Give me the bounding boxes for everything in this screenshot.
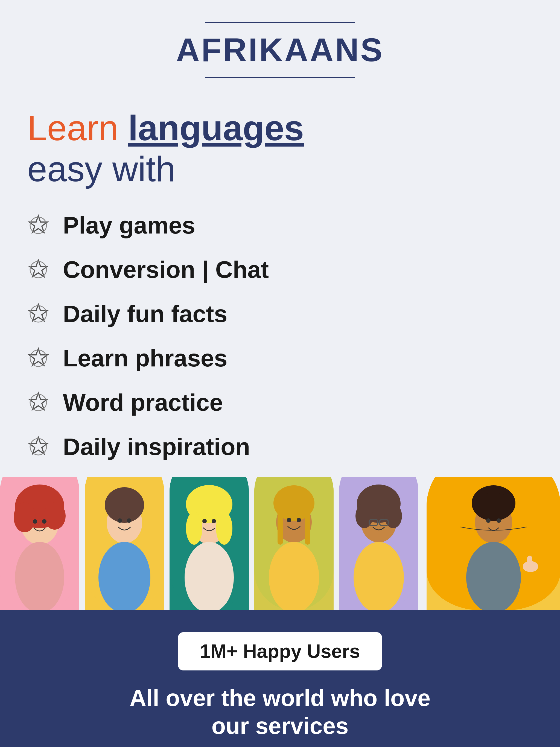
svg-point-55: [466, 542, 521, 610]
headline-easy-with: easy with: [27, 149, 176, 189]
feature-text-1: Play games: [63, 211, 195, 239]
star-icon-1: [27, 214, 49, 236]
svg-point-24: [118, 518, 122, 523]
svg-point-19: [42, 519, 47, 524]
app-title: AFRIKAANS: [176, 31, 384, 69]
feature-item-3: Daily fun facts: [27, 300, 533, 328]
star-icon-5: [27, 391, 49, 413]
star-icon-2: [27, 259, 49, 281]
feature-item-6: Daily inspiration: [27, 433, 533, 461]
svg-point-46: [384, 504, 402, 528]
happy-users-text: 1M+ Happy Users: [200, 641, 360, 662]
main-content: Learn languages easy with Play games Con…: [0, 86, 560, 461]
feature-item-5: Word practice: [27, 389, 533, 416]
svg-point-5: [30, 306, 47, 322]
star-icon-4: [27, 347, 49, 369]
svg-point-32: [202, 519, 207, 523]
svg-rect-37: [278, 512, 283, 545]
person-card-3: [170, 477, 249, 610]
feature-text-2: Conversion | Chat: [63, 256, 269, 284]
svg-rect-38: [305, 512, 310, 545]
svg-point-16: [44, 502, 66, 530]
feature-list: Play games Conversion | Chat Daily fun f…: [27, 211, 533, 461]
star-icon-6: [27, 436, 49, 458]
person-card-1: [0, 477, 79, 610]
svg-point-58: [486, 518, 490, 523]
svg-point-45: [355, 504, 373, 528]
person-card-5: [339, 477, 418, 610]
header-line-bottom: [205, 77, 355, 78]
svg-point-1: [30, 217, 47, 233]
feature-text-5: Word practice: [63, 389, 223, 416]
person-card-6: [427, 477, 560, 610]
headline-languages: languages: [128, 108, 304, 148]
svg-point-54: [473, 493, 514, 520]
svg-point-39: [269, 542, 319, 610]
svg-point-29: [186, 512, 202, 545]
svg-point-33: [212, 519, 216, 523]
feature-item-1: Play games: [27, 211, 533, 239]
svg-point-17: [15, 542, 64, 610]
person-card-2: [85, 477, 164, 610]
page-wrapper: AFRIKAANS Learn languages easy with Play…: [0, 0, 560, 747]
headline-learn: Learn: [27, 108, 128, 148]
feature-text-6: Daily inspiration: [63, 433, 250, 461]
feature-text-4: Learn phrases: [63, 344, 228, 372]
feature-item-4: Learn phrases: [27, 344, 533, 372]
svg-point-40: [287, 518, 291, 522]
people-section: [0, 477, 560, 610]
svg-rect-57: [527, 556, 532, 568]
svg-point-22: [105, 487, 144, 523]
tagline: All over the world who love our services: [130, 684, 430, 740]
svg-point-31: [184, 542, 234, 610]
svg-point-18: [33, 519, 37, 524]
tagline-line2: our services: [212, 713, 349, 739]
feature-text-3: Daily fun facts: [63, 300, 227, 328]
feature-item-2: Conversion | Chat: [27, 256, 533, 284]
svg-point-23: [98, 542, 150, 610]
bottom-section: 1M+ Happy Users All over the world who l…: [0, 610, 560, 747]
svg-point-15: [14, 502, 35, 532]
tagline-line1: All over the world who love: [130, 685, 430, 711]
person-card-4: [254, 477, 334, 610]
svg-point-59: [497, 518, 501, 523]
svg-point-41: [297, 518, 301, 522]
svg-point-3: [30, 261, 47, 278]
svg-point-7: [30, 350, 47, 366]
svg-point-30: [216, 512, 232, 545]
star-icon-3: [27, 303, 49, 325]
headline: Learn languages easy with: [27, 108, 533, 189]
svg-point-11: [30, 439, 47, 455]
svg-point-25: [127, 518, 131, 523]
header-section: AFRIKAANS: [0, 0, 560, 86]
header-line-top: [205, 22, 355, 23]
svg-point-9: [30, 394, 47, 411]
svg-point-50: [354, 542, 404, 610]
happy-users-badge: 1M+ Happy Users: [178, 632, 382, 670]
